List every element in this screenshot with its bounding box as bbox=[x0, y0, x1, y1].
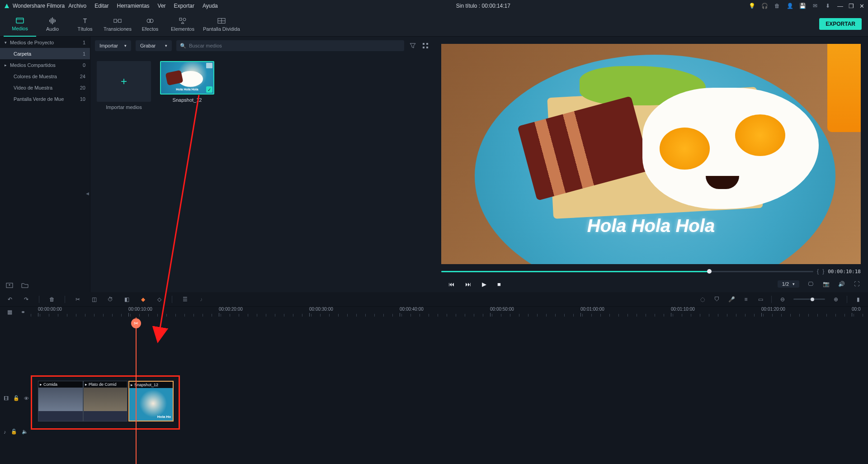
preview-panel: Hola Hola Hola { } 00:00:10:18 ⏮ ⏭ ▶ ■ 1… bbox=[434, 37, 868, 292]
keyframe-icon[interactable]: ◆ bbox=[139, 296, 146, 303]
play-button[interactable]: ▶ bbox=[482, 281, 486, 288]
tab-transiciones[interactable]: Transiciones bbox=[101, 12, 134, 37]
bulb-icon[interactable]: 💡 bbox=[749, 3, 755, 9]
render-icon[interactable]: ◌ bbox=[699, 296, 706, 303]
menu-herramientas[interactable]: Herramientas bbox=[117, 3, 150, 9]
download-icon[interactable]: ⬇ bbox=[825, 3, 831, 9]
scrub-bar[interactable] bbox=[441, 271, 813, 272]
next-frame-button[interactable]: ⏭ bbox=[465, 281, 471, 288]
sidebar-item-label: Medios de Proyecto bbox=[10, 40, 83, 45]
media-clip-name: Snapshot_12 bbox=[160, 97, 214, 103]
sidebar-collapse-handle[interactable]: ◀ bbox=[86, 191, 89, 196]
headphones-icon[interactable]: 🎧 bbox=[761, 3, 768, 9]
tab-elementos[interactable]: Elementos bbox=[166, 12, 199, 37]
prev-frame-button[interactable]: ⏮ bbox=[448, 281, 454, 288]
filter-icon[interactable] bbox=[409, 42, 417, 50]
sidebar-item-colores-muestra[interactable]: Colores de Muestra 24 bbox=[0, 71, 90, 82]
audio-track-head[interactable]: ♪ 🔓 🔈 bbox=[4, 429, 28, 435]
delete-icon[interactable]: 🗑 bbox=[48, 296, 56, 303]
record-dropdown[interactable]: Grabar▾ bbox=[136, 40, 172, 51]
mute-icon[interactable]: 🔈 bbox=[22, 429, 28, 435]
lock-icon[interactable]: 🔓 bbox=[13, 395, 19, 401]
scissor-icon[interactable]: ✂ bbox=[131, 318, 141, 328]
media-clip-snapshot12[interactable]: Hola Hola Hola ✓ Snapshot_12 bbox=[160, 61, 214, 103]
timeline-body[interactable]: 🎞 🔓 👁 ♪ 🔓 🔈 ✂ ▸Comida ▸Plato de Comid ▸S… bbox=[0, 317, 868, 464]
tab-audio[interactable]: Audio bbox=[36, 12, 69, 37]
tab-medios[interactable]: Medios bbox=[4, 12, 36, 37]
search-input[interactable]: 🔍 Buscar medios bbox=[176, 40, 404, 51]
link-icon[interactable]: ⚭ bbox=[19, 308, 27, 316]
trash-icon[interactable]: 🗑 bbox=[774, 3, 780, 9]
zoom-out-icon[interactable]: ⊖ bbox=[779, 296, 786, 303]
volume-icon[interactable]: 🔊 bbox=[837, 280, 845, 288]
playhead[interactable]: ✂ bbox=[136, 317, 137, 464]
menu-exportar[interactable]: Exportar bbox=[174, 3, 194, 9]
tab-pantalla-dividida[interactable]: Pantalla Dividida bbox=[199, 12, 244, 37]
shield-icon[interactable]: ⛉ bbox=[713, 296, 721, 303]
user-icon[interactable]: 👤 bbox=[787, 3, 793, 9]
timeline-clip-plato[interactable]: ▸Plato de Comid bbox=[83, 381, 127, 421]
stop-button[interactable]: ■ bbox=[497, 281, 501, 288]
sidebar-item-medios-compartidos[interactable]: ▸ Medios Compartidos 0 bbox=[0, 59, 90, 71]
timeline-clip-comida[interactable]: ▸Comida bbox=[38, 381, 83, 421]
cut-icon[interactable]: ✂ bbox=[74, 296, 81, 303]
camera-icon[interactable]: 📷 bbox=[822, 280, 830, 288]
import-dropdown[interactable]: Importar▾ bbox=[95, 40, 131, 51]
sidebar-item-video-muestra[interactable]: Video de Muestra 20 bbox=[0, 82, 90, 93]
sidebar-item-pantalla-verde[interactable]: Pantalla Verde de Mue 10 bbox=[0, 93, 90, 104]
fullscreen-icon[interactable]: ⛶ bbox=[853, 280, 861, 288]
crop-icon[interactable]: ◫ bbox=[90, 296, 98, 303]
mute-audio-icon[interactable]: ♪ bbox=[198, 296, 205, 303]
tab-titulos[interactable]: T Títulos bbox=[69, 12, 101, 37]
monitor-icon[interactable]: 🖵 bbox=[807, 280, 815, 288]
svg-rect-6 bbox=[179, 18, 182, 20]
redo-icon[interactable]: ↷ bbox=[23, 296, 30, 303]
undo-icon[interactable]: ↶ bbox=[6, 296, 14, 303]
tab-efectos[interactable]: Efectos bbox=[134, 12, 166, 37]
sidebar-item-carpeta[interactable]: Carpeta 1 bbox=[0, 48, 90, 59]
preview-canvas[interactable]: Hola Hola Hola bbox=[441, 44, 861, 264]
thumbs-icon[interactable]: ▦ bbox=[5, 308, 14, 316]
new-folder-icon[interactable] bbox=[5, 281, 14, 289]
export-button[interactable]: EXPORTAR bbox=[819, 18, 862, 30]
marker-icon[interactable]: ◇ bbox=[156, 296, 163, 303]
grid-icon[interactable] bbox=[421, 42, 429, 50]
sidebar-item-medios-proyecto[interactable]: ▾ Medios de Proyecto 1 bbox=[0, 37, 90, 48]
menu-ayuda[interactable]: Ayuda bbox=[203, 3, 218, 9]
scrub-thumb[interactable] bbox=[707, 269, 712, 274]
import-media-tile[interactable]: + Importar medios bbox=[97, 61, 151, 110]
menu-archivo[interactable]: Archivo bbox=[68, 3, 86, 9]
eye-icon[interactable]: 👁 bbox=[24, 396, 29, 401]
mark-out-icon[interactable]: } bbox=[822, 268, 824, 275]
clip-type-icon: ▸ bbox=[40, 382, 42, 387]
mic-icon[interactable]: 🎤 bbox=[728, 296, 735, 303]
tab-label: Títulos bbox=[77, 26, 92, 32]
frame-icon[interactable]: ▭ bbox=[757, 296, 764, 303]
svg-point-5 bbox=[150, 19, 153, 23]
video-track-head[interactable]: 🎞 🔓 👁 bbox=[4, 395, 29, 401]
mail-icon[interactable]: ✉ bbox=[812, 3, 818, 9]
timeline-clip-snapshot12[interactable]: ▸Snapshot_12 Hola Ho bbox=[128, 381, 174, 421]
zoom-in-icon[interactable]: ⊕ bbox=[832, 296, 840, 303]
transitions-icon bbox=[113, 17, 122, 25]
window-restore[interactable]: ❐ bbox=[849, 3, 854, 9]
save-icon[interactable]: 💾 bbox=[799, 3, 806, 9]
speed-icon[interactable]: ⏱ bbox=[107, 296, 114, 303]
lock-icon[interactable]: 🔓 bbox=[11, 429, 17, 435]
menu-editar[interactable]: Editar bbox=[94, 3, 108, 9]
folder-icon[interactable] bbox=[21, 281, 29, 289]
window-minimize[interactable]: — bbox=[837, 3, 843, 9]
zoom-slider[interactable] bbox=[793, 298, 825, 300]
settings-icon[interactable]: ☰ bbox=[181, 296, 189, 303]
mark-in-icon[interactable]: { bbox=[817, 268, 819, 275]
preview-scale-dropdown[interactable]: 1/2▾ bbox=[778, 280, 799, 288]
color-icon[interactable]: ◧ bbox=[123, 296, 130, 303]
menu-ver[interactable]: Ver bbox=[158, 3, 166, 9]
sidebar-item-count: 24 bbox=[80, 74, 85, 79]
splitscreen-icon bbox=[217, 17, 226, 25]
zoom-fit-icon[interactable]: ▮ bbox=[854, 296, 862, 303]
mixer-icon[interactable]: ≡ bbox=[742, 296, 750, 303]
sidebar-item-count: 1 bbox=[83, 51, 85, 57]
window-close[interactable]: ✕ bbox=[859, 3, 864, 9]
timeline-ruler[interactable]: ▦ ⚭ 00:00:00:00 00:00:10:00 00:00:20:00 … bbox=[0, 307, 868, 317]
